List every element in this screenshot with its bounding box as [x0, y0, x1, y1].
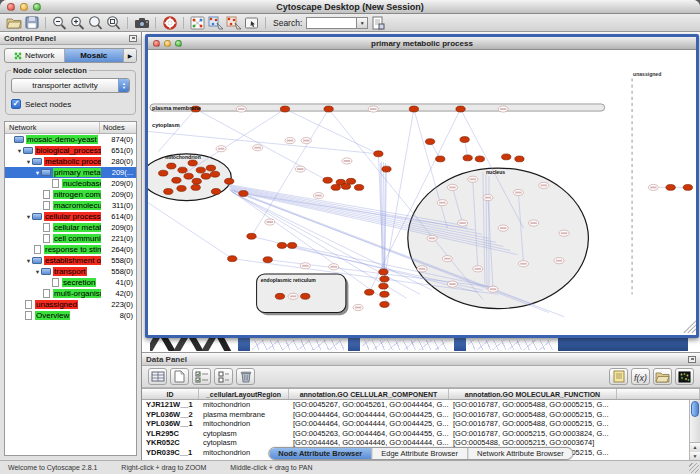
help-button[interactable]: [161, 15, 178, 30]
network-node[interactable]: [380, 291, 389, 297]
search-input[interactable]: [307, 18, 356, 28]
tree-row-multi-organism-pro[interactable]: multi-organism pro42(0): [5, 288, 136, 299]
background-window-titlebar-fragment[interactable]: [558, 337, 688, 351]
tree-row-unassigned[interactable]: unassigned223(0): [5, 299, 136, 310]
tree-row-mosaic-demo-yeast[interactable]: mosaic-demo-yeast874(0): [5, 134, 136, 145]
network-edge[interactable]: [148, 203, 232, 259]
zoom-in-button[interactable]: [69, 15, 86, 30]
attribute-grid-button[interactable]: [148, 368, 167, 385]
network-node[interactable]: [463, 155, 472, 161]
network-node[interactable]: [301, 293, 310, 299]
network-annotation-2-button[interactable]: [225, 15, 242, 30]
table-row[interactable]: YPL036W__1mitochondrion[GO:0044464, GO:0…: [142, 419, 700, 429]
tree-row-nitrogen-compo[interactable]: nitrogen compo209(0): [5, 189, 136, 200]
resize-grip[interactable]: [689, 463, 699, 473]
network-node[interactable]: [323, 177, 332, 183]
tree-row-macromolecule[interactable]: macromolecule311(0): [5, 200, 136, 211]
tab-edge-attribute-browser[interactable]: Edge Attribute Browser: [371, 448, 467, 459]
tree-row-cell-communicat[interactable]: cell communicat221(0): [5, 233, 136, 244]
tree-expander-icon[interactable]: ▼: [25, 258, 32, 264]
table-column-header[interactable]: ID: [142, 389, 199, 399]
tab-network[interactable]: Network: [5, 49, 64, 62]
network-edge[interactable]: [187, 109, 285, 172]
tree-row-cellular-metabol[interactable]: cellular metabol209(0): [5, 222, 136, 233]
network-node[interactable]: [409, 106, 418, 112]
background-window-fragment[interactable]: [454, 337, 556, 351]
network-node[interactable]: [210, 171, 219, 177]
tree-column-network[interactable]: Network: [5, 122, 100, 133]
search-dropdown-arrow-icon[interactable]: ▼: [356, 18, 367, 28]
scroll-up-icon[interactable]: ▲: [690, 443, 700, 452]
tree-row-cellular-process[interactable]: ▼cellular process614(0): [5, 211, 136, 222]
network-view-button[interactable]: [189, 15, 206, 30]
table-row[interactable]: YJR121W__1mitochondrion[GO:0045267, GO:0…: [142, 400, 700, 410]
network-node[interactable]: [380, 302, 389, 308]
save-session-button[interactable]: [23, 15, 40, 30]
network-node[interactable]: [206, 165, 215, 171]
zoom-fit-button[interactable]: [87, 15, 104, 30]
network-edge[interactable]: [148, 131, 378, 153]
network-node[interactable]: [515, 156, 524, 162]
open-session-button[interactable]: [5, 15, 22, 30]
snapshot-button[interactable]: [133, 15, 150, 30]
network-node[interactable]: [324, 106, 333, 112]
notes-button[interactable]: [609, 368, 628, 385]
network-node[interactable]: [380, 276, 389, 282]
tree-row-secretion[interactable]: secretion41(0): [5, 277, 136, 288]
network-node[interactable]: [196, 167, 205, 173]
network-node[interactable]: [263, 257, 272, 263]
network-node[interactable]: [502, 154, 511, 160]
background-window-fragment[interactable]: [238, 337, 346, 351]
tree-row-metabolic-process[interactable]: ▼metabolic process280(0): [5, 156, 136, 167]
frame-titlebar[interactable]: primary metabolic process: [148, 37, 696, 50]
tree-column-nodes[interactable]: Nodes: [100, 122, 136, 133]
delete-attribute-button[interactable]: [236, 368, 255, 385]
table-column-header[interactable]: annotation.GO CELLULAR_COMPONENT: [289, 389, 449, 399]
network-node[interactable]: [475, 156, 484, 162]
network-node[interactable]: [239, 191, 248, 197]
table-row[interactable]: YLR295Ccytoplasm[GO:0045263, GO:0044464,…: [142, 429, 700, 439]
background-window-fragment[interactable]: [348, 337, 452, 351]
table-row[interactable]: YPL036W__2plasma membrane[GO:0044464, GO…: [142, 410, 700, 420]
zoom-out-button[interactable]: [51, 15, 68, 30]
tree-expander-icon[interactable]: ▼: [25, 159, 32, 165]
network-node[interactable]: [192, 178, 201, 184]
table-scrollbar[interactable]: ▲ ▼: [689, 400, 700, 460]
network-node[interactable]: [287, 242, 296, 248]
network-node[interactable]: [159, 170, 168, 176]
network-node[interactable]: [460, 137, 469, 143]
select-attributes-button[interactable]: [192, 368, 211, 385]
select-nodes-checkbox[interactable]: ✓: [11, 99, 21, 109]
network-edge[interactable]: [158, 109, 196, 152]
tree-row-nucleobase-[interactable]: nucleobase-209(0): [5, 178, 136, 189]
network-node[interactable]: [379, 283, 388, 289]
tree-expander-icon[interactable]: ▼: [25, 214, 32, 220]
tree-row-transport[interactable]: ▼transport558(0): [5, 266, 136, 277]
network-node[interactable]: [354, 184, 363, 190]
matrix-view-button[interactable]: [675, 368, 694, 385]
tab-node-attribute-browser[interactable]: Node Attribute Browser: [269, 448, 371, 459]
new-attribute-button[interactable]: [170, 368, 189, 385]
network-node[interactable]: [425, 139, 434, 145]
tab-mosaic[interactable]: Mosaic: [64, 49, 124, 62]
tab-network-attribute-browser[interactable]: Network Attribute Browser: [467, 448, 573, 459]
network-node[interactable]: [225, 178, 234, 184]
frame-resize-grip[interactable]: [688, 325, 696, 333]
tree-expander-icon[interactable]: ▼: [34, 170, 41, 176]
network-node[interactable]: [277, 242, 286, 248]
network-node[interactable]: [275, 293, 284, 299]
tab-overflow-arrow-icon[interactable]: ▶: [123, 49, 136, 62]
network-node[interactable]: [167, 163, 176, 169]
network-node[interactable]: [188, 160, 197, 166]
network-node[interactable]: [382, 166, 391, 172]
network-node[interactable]: [178, 167, 187, 173]
frame-resize-grip[interactable]: [692, 329, 696, 333]
table-column-header[interactable]: annotation.GO MOLECULAR_FUNCTION: [449, 389, 617, 399]
float-panel-icon[interactable]: [688, 356, 696, 363]
tree-row-establishment-of-lo[interactable]: ▼establishment of lo558(0): [5, 255, 136, 266]
network-node[interactable]: [211, 189, 220, 195]
network-node[interactable]: [365, 289, 374, 295]
node-color-dropdown[interactable]: transporter activity ▲▼: [11, 78, 130, 93]
tree-row-response-to-stimulu[interactable]: response to stimulu264(0): [5, 244, 136, 255]
network-node[interactable]: [666, 184, 675, 190]
